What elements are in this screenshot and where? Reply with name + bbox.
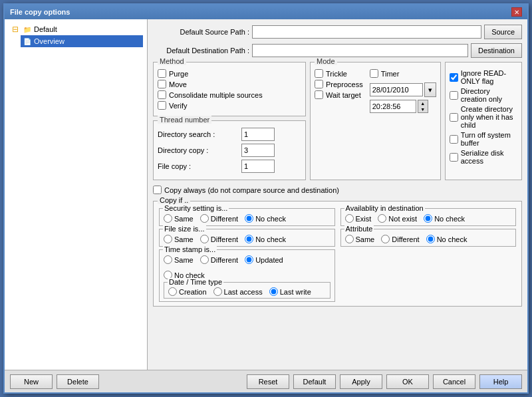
preprocess-checkbox[interactable] — [315, 80, 323, 88]
attribute-nocheck-item: No check — [426, 235, 467, 243]
filesize-same-item: Same — [164, 235, 194, 243]
availability-nocheck-radio[interactable] — [424, 214, 432, 223]
datetime-creation-radio[interactable] — [168, 287, 177, 296]
help-button[interactable]: Help — [479, 374, 522, 389]
dir-copy-row: Directory copy : — [158, 144, 301, 157]
copy-if-inner: Security setting is... Same Different — [159, 205, 516, 302]
datetime-lastaccess-radio[interactable] — [213, 287, 222, 296]
filesize-different-item: Different — [200, 235, 238, 243]
availability-notexist-radio[interactable] — [378, 214, 386, 223]
trickle-checkbox[interactable] — [315, 69, 323, 78]
datetime-lastaccess-label: Last access — [224, 288, 263, 296]
time-down-button[interactable]: ▼ — [418, 106, 428, 112]
copy-if-title: Copy if .. — [158, 196, 190, 204]
timestamp-different-radio[interactable] — [200, 255, 209, 264]
copy-always-label: Copy always (do not compare source and d… — [164, 186, 339, 194]
copy-if-section: Copy if .. Security setting is... Same — [153, 201, 522, 307]
filesize-different-radio[interactable] — [200, 235, 209, 243]
expand-icon: ⊟ — [10, 24, 21, 35]
main-content: Default Source Path : Source Default Des… — [148, 19, 527, 370]
destination-button[interactable]: Destination — [471, 43, 522, 58]
datetime-lastwrite-radio[interactable] — [269, 287, 278, 296]
attribute-nocheck-label: No check — [437, 235, 467, 243]
create-dir-checkbox[interactable] — [450, 113, 458, 122]
bottom-bar: New Delete Reset Default Apply OK Cancel… — [5, 370, 527, 392]
sidebar: ⊟ 📁 Default 📄 Overview — [5, 19, 148, 370]
move-checkbox[interactable] — [158, 80, 166, 88]
security-same-item: Same — [164, 214, 194, 223]
datetime-lastwrite-item: Last write — [269, 287, 311, 296]
cancel-button[interactable]: Cancel — [433, 374, 475, 389]
wait-target-checkbox[interactable] — [315, 90, 323, 99]
attribute-different-item: Different — [381, 235, 419, 243]
move-row: Move — [158, 80, 301, 88]
security-same-radio[interactable] — [164, 214, 172, 223]
attribute-different-label: Different — [392, 235, 419, 243]
time-input[interactable] — [370, 100, 416, 113]
tree-item-overview[interactable]: 📄 Overview — [21, 35, 143, 47]
security-nocheck-item: No check — [245, 214, 286, 223]
source-button[interactable]: Source — [484, 25, 522, 39]
trickle-label: Trickle — [326, 70, 347, 78]
move-label: Move — [169, 80, 187, 88]
dest-path-input[interactable] — [252, 44, 468, 57]
attribute-same-radio[interactable] — [345, 235, 354, 243]
preprocess-row: Preprocess — [315, 80, 363, 88]
timestamp-section: Time stamp is... Same Different — [159, 249, 335, 302]
filesize-title: File size is... — [163, 225, 206, 233]
filesize-nocheck-radio[interactable] — [245, 235, 253, 243]
default-button[interactable]: Default — [293, 374, 336, 389]
date-row: ▾ — [370, 82, 436, 97]
availability-notexist-label: Not exist — [388, 215, 417, 223]
timestamp-updated-radio[interactable] — [245, 255, 253, 264]
sidebar-tree: ⊟ 📁 Default 📄 Overview — [7, 22, 144, 49]
date-dropdown-button[interactable]: ▾ — [424, 82, 436, 97]
date-input[interactable] — [370, 83, 423, 96]
availability-notexist-item: Not exist — [378, 214, 417, 223]
tree-item-default[interactable]: ⊟ 📁 Default — [9, 23, 143, 35]
ok-button[interactable]: OK — [386, 374, 429, 389]
dest-path-label: Default Destination Path : — [153, 47, 249, 55]
sections-main: Method Purge Move Consolidate multiple s… — [153, 62, 522, 180]
file-copy-input[interactable] — [241, 160, 275, 173]
source-path-input[interactable] — [252, 25, 481, 39]
serialize-checkbox[interactable] — [450, 153, 458, 162]
file-copy-label: File copy : — [158, 162, 237, 170]
availability-exist-radio[interactable] — [345, 214, 354, 223]
mode-section: Mode Trickle Preprocess — [310, 62, 441, 180]
file-copy-options-dialog: File copy options ✕ ⊟ 📁 Default 📄 Overvi… — [3, 3, 529, 394]
new-button[interactable]: New — [10, 374, 53, 389]
ignore-readonly-checkbox[interactable] — [450, 73, 458, 82]
attribute-nocheck-radio[interactable] — [426, 235, 435, 243]
datetime-creation-label: Creation — [179, 288, 207, 296]
turn-off-buffer-row: Turn off system buffer — [450, 131, 517, 147]
security-nocheck-radio[interactable] — [245, 214, 253, 223]
apply-button[interactable]: Apply — [340, 374, 382, 389]
timestamp-same-radio[interactable] — [164, 255, 172, 264]
reset-button[interactable]: Reset — [247, 374, 289, 389]
purge-checkbox[interactable] — [158, 69, 166, 78]
turn-off-buffer-label: Turn off system buffer — [461, 131, 517, 147]
consolidate-checkbox[interactable] — [158, 90, 166, 99]
dir-copy-input[interactable] — [241, 144, 275, 157]
flags-section: Ignore READ-ONLY flag Directory creation… — [445, 62, 522, 180]
copy-always-checkbox[interactable] — [153, 186, 162, 194]
timer-checkbox[interactable] — [370, 69, 378, 78]
filesize-same-radio[interactable] — [164, 235, 172, 243]
ignore-readonly-label: Ignore READ-ONLY flag — [461, 69, 517, 85]
thread-title: Thread number — [158, 116, 211, 124]
attribute-different-radio[interactable] — [381, 235, 390, 243]
dir-creation-checkbox[interactable] — [450, 91, 458, 100]
create-dir-label: Create directory only when it has child — [461, 105, 517, 129]
security-different-radio[interactable] — [200, 214, 209, 223]
source-path-row: Default Source Path : Source — [153, 25, 522, 39]
create-dir-row: Create directory only when it has child — [450, 105, 517, 129]
verify-checkbox[interactable] — [158, 101, 166, 110]
dir-search-input[interactable] — [241, 128, 275, 141]
close-button[interactable]: ✕ — [511, 7, 522, 17]
time-up-button[interactable]: ▲ — [418, 100, 428, 106]
delete-button[interactable]: Delete — [57, 374, 99, 389]
serialize-label: Serialize disk access — [461, 149, 517, 165]
filesize-same-label: Same — [174, 235, 194, 243]
turn-off-buffer-checkbox[interactable] — [450, 135, 458, 144]
